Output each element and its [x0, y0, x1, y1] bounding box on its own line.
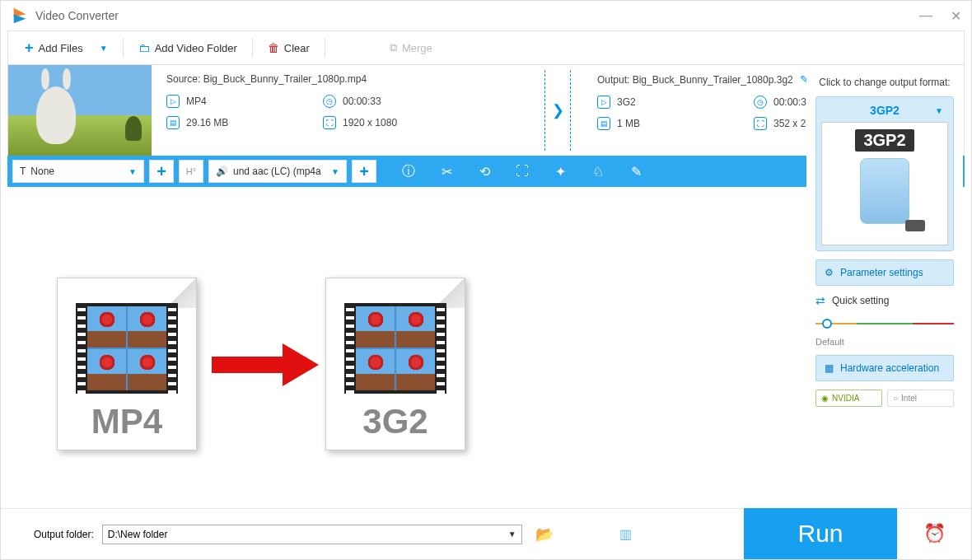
output-folder-input[interactable]: D:\New folder ▼ [102, 525, 522, 544]
output-size: 1 MB [617, 118, 640, 129]
format-tag: 3GP2 [855, 129, 914, 152]
panel-divider: ❯ [533, 65, 582, 156]
folder-icon: 🗀 [138, 41, 150, 54]
add-files-button[interactable]: + Add Files [16, 36, 91, 60]
add-files-label: Add Files [39, 42, 83, 54]
audio-value: und aac (LC) (mp4a [233, 166, 321, 177]
format-icon: ▷ [597, 96, 610, 109]
rotate-tool-button[interactable]: ⟲ [465, 156, 503, 187]
subtitle-dropdown[interactable]: T None ▼ [12, 160, 144, 183]
folder-settings-button[interactable]: ▥ [619, 526, 632, 542]
main-toolbar: + Add Files ▼ 🗀 Add Video Folder 🗑 Clear… [7, 30, 965, 65]
output-filename: Big_Buck_Bunny_Trailer_1080p.3g2 [633, 74, 793, 86]
chip-icon: ▦ [825, 362, 834, 374]
subtitle-value: None [30, 166, 54, 177]
output-label: Output: [597, 74, 629, 86]
app-logo-icon [11, 7, 29, 25]
source-size: 29.16 MB [186, 117, 228, 128]
add-folder-label: Add Video Folder [155, 42, 237, 54]
output-format: 3G2 [617, 96, 636, 108]
chevron-down-icon: ▼ [325, 167, 339, 176]
quality-slider[interactable] [815, 320, 954, 327]
source-file-illustration: MP4 [57, 278, 197, 450]
quick-setting-row: ⇄ Quick setting [815, 294, 954, 307]
merge-icon: ⧉ [390, 41, 397, 54]
source-panel: Source: Big_Buck_Bunny_Trailer_1080p.mp4… [152, 65, 533, 156]
slider-value-label: Default [815, 337, 954, 347]
text-icon: T [20, 166, 26, 177]
chevron-down-icon: ▼ [508, 530, 516, 539]
source-format: MP4 [186, 96, 207, 107]
source-duration: 00:00:33 [343, 96, 381, 107]
trim-tool-button[interactable]: ✂ [428, 156, 465, 187]
enhance-tool-button[interactable]: ✎ [617, 156, 655, 187]
device-icon [860, 158, 909, 224]
resolution-icon: ⛶ [754, 117, 767, 130]
output-format-label: 3G2 [326, 402, 465, 441]
close-button[interactable]: ✕ [951, 8, 961, 24]
format-hint-label: Click to change output format: [819, 77, 950, 88]
intel-icon: ○ [893, 394, 898, 403]
conversion-arrow-icon [212, 343, 319, 385]
clear-label: Clear [284, 42, 310, 54]
output-folder-label: Output folder: [34, 529, 94, 540]
intel-badge[interactable]: ○Intel [887, 390, 954, 407]
chevron-down-icon: ▼ [935, 106, 943, 115]
bottom-bar: Output folder: D:\New folder ▼ 📂 ▥ Run ⏰ [1, 508, 971, 559]
add-subtitle-button[interactable]: + [149, 160, 174, 183]
nvidia-icon: ◉ [821, 394, 829, 403]
audio-track-dropdown[interactable]: 🔊 und aac (LC) (mp4a ▼ [208, 160, 347, 183]
plus-icon: + [25, 40, 34, 57]
trash-icon: 🗑 [268, 41, 279, 54]
speaker-icon: 🔊 [216, 166, 228, 177]
source-resolution: 1920 x 1080 [343, 117, 397, 128]
run-button[interactable]: Run [744, 508, 897, 559]
schedule-button[interactable]: ⏰ [897, 508, 971, 559]
output-format-selector[interactable]: 3GP2▼ 3GP2 [815, 96, 954, 251]
titlebar: Video Converter — ✕ [1, 1, 971, 30]
crop-tool-button[interactable]: ⛶ [503, 156, 541, 187]
add-audio-button[interactable]: + [352, 160, 376, 183]
watermark-tool-button[interactable]: ♘ [579, 156, 617, 187]
chevron-right-icon: ❯ [552, 100, 564, 121]
source-format-label: MP4 [58, 402, 196, 441]
resolution-icon: ⛶ [323, 116, 336, 129]
chevron-down-icon: ▼ [122, 167, 137, 176]
format-name: 3GP2 [870, 104, 900, 117]
source-filename: Big_Buck_Bunny_Trailer_1080p.mp4 [203, 73, 367, 85]
output-file-illustration: 3G2 [325, 278, 465, 450]
output-folder-path: D:\New folder [108, 529, 168, 540]
output-format-sidebar: Click to change output format: 3GP2▼ 3GP… [806, 75, 963, 502]
sliders-icon: ⚙ [825, 267, 834, 278]
nvidia-badge[interactable]: ◉NVIDIA [815, 390, 882, 407]
source-label: Source: [166, 73, 200, 85]
merge-button[interactable]: ⧉ Merge [381, 38, 441, 58]
app-title: Video Converter [35, 9, 119, 22]
quick-setting-icon: ⇄ [815, 294, 825, 307]
hardware-accel-button[interactable]: ▦ Hardware acceleration [815, 355, 954, 381]
minimize-button[interactable]: — [919, 8, 932, 24]
format-icon: ▷ [166, 95, 180, 108]
merge-label: Merge [402, 42, 432, 54]
filesize-icon: ▤ [166, 116, 180, 129]
hw-accel-label: Hardware acceleration [840, 362, 939, 374]
info-tool-button[interactable]: ⓘ [390, 156, 428, 187]
param-label: Parameter settings [840, 267, 923, 278]
open-folder-button[interactable]: 📂 [535, 525, 554, 544]
clock-icon: ◷ [323, 95, 336, 108]
clock-icon: ◷ [754, 96, 767, 109]
video-thumbnail[interactable] [8, 65, 152, 156]
add-folder-button[interactable]: 🗀 Add Video Folder [130, 38, 245, 58]
parameter-settings-button[interactable]: ⚙ Parameter settings [815, 259, 954, 286]
effects-tool-button[interactable]: ✦ [541, 156, 579, 187]
filesize-icon: ▤ [597, 117, 610, 130]
quick-setting-label: Quick setting [832, 295, 889, 306]
subtitle-settings-button[interactable]: H° [179, 160, 203, 183]
clear-button[interactable]: 🗑 Clear [259, 38, 318, 58]
add-files-dropdown[interactable]: ▼ [100, 44, 108, 53]
